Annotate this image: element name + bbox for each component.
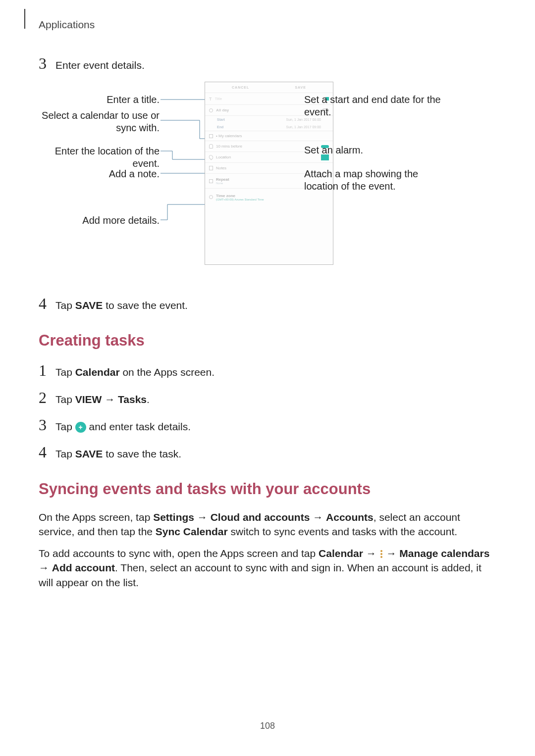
- step-text: Tap VIEW → Tasks.: [55, 392, 150, 406]
- cancel-label: CANCEL: [232, 86, 249, 89]
- arrow-icon: →: [105, 394, 115, 405]
- task-step-2: 2 Tap VIEW → Tasks.: [39, 389, 496, 407]
- arrow-icon: →: [366, 548, 376, 559]
- repeat-icon: [209, 179, 213, 183]
- allday-label: All day: [216, 108, 229, 112]
- step-text: Enter event details.: [55, 58, 145, 72]
- step-number: 1: [39, 361, 55, 380]
- callout-date: Set a start and end date for theevent.: [304, 94, 468, 118]
- step-text: Tap + and enter task details.: [55, 419, 191, 434]
- alarm-label: 10 mins before: [216, 144, 242, 149]
- step-number: 2: [39, 389, 55, 407]
- timezone-icon: [209, 195, 213, 199]
- location-placeholder: Location: [216, 155, 231, 159]
- arrow-icon: →: [197, 511, 208, 523]
- header-section-label: Applications: [39, 19, 95, 31]
- note-placeholder: Notes: [216, 166, 226, 170]
- step-4: 4 Tap SAVE to save the event.: [39, 295, 496, 313]
- clock-icon: [209, 108, 213, 112]
- heading-syncing: Syncing events and tasks with your accou…: [39, 480, 496, 498]
- start-label: Start: [217, 118, 225, 121]
- task-step-4: 4 Tap SAVE to save the task.: [39, 443, 496, 461]
- text-icon: T: [209, 97, 212, 101]
- end-label: End: [217, 125, 223, 129]
- arrow-icon: →: [313, 511, 323, 523]
- step-number: 3: [39, 416, 55, 434]
- sync-paragraph-1: On the Apps screen, tap Settings → Cloud…: [39, 510, 496, 539]
- arrow-icon: →: [39, 562, 49, 573]
- save-label: SAVE: [295, 86, 306, 89]
- callout-location: Enter the location of the event.: [39, 145, 160, 170]
- calendar-label: • My calendars: [216, 134, 242, 138]
- repeat-label-wrap: Repeat None: [216, 177, 229, 185]
- phone-calendar-row: • My calendars: [205, 131, 333, 141]
- event-form-diagram: CANCEL SAVE T Title All day Start Sun,: [39, 82, 496, 280]
- callout-alarm: Set an alarm.: [304, 144, 468, 156]
- phone-top-bar: CANCEL SAVE: [205, 82, 333, 93]
- step-text: Tap SAVE to save the event.: [55, 298, 188, 312]
- sync-paragraph-2: To add accounts to sync with, open the A…: [39, 546, 496, 590]
- step-text: Tap Calendar on the Apps screen.: [55, 365, 214, 379]
- step-text: Tap SAVE to save the task.: [55, 447, 181, 461]
- callout-more: Add more details.: [39, 214, 160, 227]
- page-number: 108: [260, 721, 275, 731]
- pin-icon: [208, 154, 214, 160]
- title-placeholder: Title: [215, 97, 222, 101]
- step-number: 4: [39, 295, 55, 313]
- callout-map: Attach a map showing thelocation of the …: [304, 168, 468, 193]
- calendar-icon: [209, 134, 213, 138]
- header-rule: [24, 9, 25, 29]
- step-number: 4: [39, 443, 55, 461]
- step-number: 3: [39, 54, 55, 73]
- start-value: Sun, 1 Jan 2017 08:00: [286, 118, 321, 121]
- callout-title: Enter a title.: [39, 94, 160, 106]
- plus-icon: +: [75, 422, 86, 433]
- task-step-1: 1 Tap Calendar on the Apps screen.: [39, 361, 496, 380]
- timezone-label-wrap: Time zone (GMT+00:00) Azores Standard Ti…: [216, 194, 264, 201]
- end-value: Sun, 1 Jan 2017 09:00: [286, 125, 321, 129]
- note-icon: [209, 166, 213, 170]
- step-3: 3 Enter event details.: [39, 54, 496, 73]
- more-options-icon: [380, 550, 382, 558]
- task-step-3: 3 Tap + and enter task details.: [39, 416, 496, 434]
- heading-creating-tasks: Creating tasks: [39, 332, 496, 350]
- bell-icon: [209, 144, 213, 149]
- callout-note: Add a note.: [39, 168, 160, 180]
- arrow-icon: →: [386, 548, 396, 559]
- callout-calendar: Select a calendar to use orsync with.: [39, 109, 160, 134]
